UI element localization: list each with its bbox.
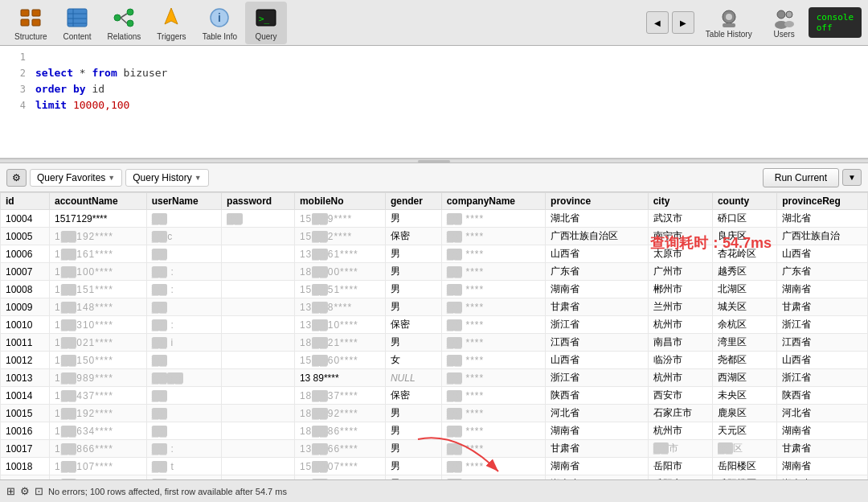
svg-rect-4 (68, 9, 87, 27)
table-cell: 西湖区 (712, 369, 776, 387)
col-city[interactable]: city (648, 193, 712, 210)
nav-forward-button[interactable]: ▶ (672, 11, 694, 34)
main-content: 1 2 select * from bizuser 3 order by id … (0, 46, 868, 502)
table-cell: 江西省 (777, 334, 868, 352)
table-cell (222, 352, 295, 369)
svg-point-25 (784, 21, 794, 27)
table-cell: ▓▓ **** (441, 245, 545, 263)
triggers-label: Triggers (157, 32, 186, 41)
table-cell (222, 281, 295, 298)
table-row[interactable]: 100171▓▓866****▓▓ :13▓▓66****男▓▓ ****甘肃省… (1, 440, 868, 458)
table-row[interactable]: 100061▓▓161****▓▓13▓▓61****男▓▓ ****山西省太原… (1, 245, 868, 263)
table-cell: 山西省 (546, 245, 649, 263)
table-cell: ▓▓ : (146, 263, 221, 281)
table-row[interactable]: 100071▓▓100****▓▓ :18▓▓00****男▓▓ ****广东省… (1, 263, 868, 281)
table-row[interactable]: 100081▓▓151****▓▓ :15▓▓51****男▓▓ ****湖南省… (1, 281, 868, 298)
table-cell: 18▓▓92**** (294, 405, 385, 422)
svg-rect-2 (21, 19, 29, 26)
table-row[interactable]: 100161▓▓634****▓▓18▓▓86****男▓▓ ****湖南省杭州… (1, 422, 868, 440)
svg-point-24 (786, 11, 792, 18)
table-cell: 山西省 (546, 352, 649, 369)
table-cell: 男 (385, 440, 441, 458)
table-cell: 山西省 (777, 245, 868, 263)
table-row[interactable]: 100041517129****▓▓▓▓15▓▓9****男▓▓ ****湖北省… (1, 210, 868, 228)
table-cell: 10007 (1, 263, 50, 281)
toolbar-content[interactable]: Content (55, 2, 100, 44)
tableinfo-label: Table Info (203, 32, 237, 41)
col-county[interactable]: county (712, 193, 776, 210)
query-favorites-dropdown[interactable]: Query Favorites ▼ (30, 169, 122, 187)
table-row[interactable]: 100141▓▓437****▓▓18▓▓37****保密▓▓ ****陕西省西… (1, 387, 868, 405)
table-cell: 湖北省 (777, 210, 868, 228)
editor-line-1: 1 (0, 49, 868, 65)
svg-point-20 (726, 14, 732, 20)
table-cell: 天元区 (712, 422, 776, 440)
status-icon-3[interactable]: ⊡ (35, 485, 43, 497)
svg-rect-0 (21, 10, 29, 16)
toolbar: Structure Content Relations Triggers i T… (0, 0, 868, 46)
col-mobileno[interactable]: mobileNo (294, 193, 385, 210)
table-cell: 10013 (1, 369, 50, 387)
table-cell (222, 316, 295, 334)
sql-editor[interactable]: 1 2 select * from bizuser 3 order by id … (0, 46, 868, 158)
table-cell: 尧都区 (712, 352, 776, 369)
table-row[interactable]: 100181▓▓107****▓▓ t15▓▓07****男▓▓ ****湖南省… (1, 458, 868, 475)
col-username[interactable]: userName (146, 193, 221, 210)
table-row[interactable]: 100131▓▓989****▓▓▓▓13 89****NULL▓▓ ****浙… (1, 369, 868, 387)
table-cell: 13▓▓66**** (294, 440, 385, 458)
table-cell: 山西省 (777, 352, 868, 369)
table-cell: 武汉市 (648, 210, 712, 228)
table-cell: 1▓▓192**** (50, 405, 147, 422)
table-cell: 硚口区 (712, 210, 776, 228)
table-cell: 10004 (1, 210, 50, 228)
table-row[interactable]: 100051▓▓192****▓▓c15▓▓2****保密▓▓ ****广西壮族… (1, 228, 868, 245)
status-icon-2[interactable]: ⚙ (20, 485, 30, 497)
query-history-dropdown[interactable]: Query History ▼ (125, 169, 208, 187)
col-accountname[interactable]: accountName (50, 193, 147, 210)
toolbar-query[interactable]: >_ Query (245, 2, 287, 44)
table-cell: 南昌市 (648, 334, 712, 352)
toolbar-triggers[interactable]: Triggers (149, 2, 194, 44)
table-cell: 15▓▓9**** (294, 210, 385, 228)
table-cell: 1▓▓021**** (50, 334, 147, 352)
table-cell: 郴州市 (648, 281, 712, 298)
table-row[interactable]: 100121▓▓150****▓▓15▓▓60****女▓▓ ****山西省临汾… (1, 352, 868, 369)
table-row[interactable]: 100101▓▓310****▓▓ :13▓▓10****保密▓▓ ****浙江… (1, 316, 868, 334)
table-cell: 河北省 (777, 405, 868, 422)
status-icon-1[interactable]: ⊞ (6, 485, 15, 497)
toolbar-structure[interactable]: Structure (6, 2, 55, 44)
table-history-label: Table History (706, 30, 752, 39)
table-cell: 江西省 (546, 334, 649, 352)
table-cell: 1▓▓437**** (50, 387, 147, 405)
nav-back-button[interactable]: ◀ (646, 11, 669, 34)
table-cell: 甘肃省 (777, 298, 868, 316)
settings-button[interactable]: ⚙ (6, 169, 27, 187)
run-current-button[interactable]: Run Current (763, 168, 839, 187)
table-row[interactable]: 100091▓▓148****▓▓13▓▓8****男▓▓ ****甘肃省兰州市… (1, 298, 868, 316)
col-gender[interactable]: gender (385, 193, 441, 210)
table-cell: 1▓▓866**** (50, 440, 147, 458)
users-button[interactable]: Users (764, 4, 805, 42)
toolbar-right: ◀ ▶ Table History Users consoleoff (646, 4, 862, 42)
table-cell: 广州市 (648, 263, 712, 281)
col-provincereg[interactable]: provinceReg (777, 193, 868, 210)
table-cell: 1▓▓192**** (50, 228, 147, 245)
run-split-button[interactable]: ▼ (842, 169, 862, 186)
table-row[interactable]: 100111▓▓021****▓▓ i18▓▓21****男▓▓ ****江西省… (1, 334, 868, 352)
svg-rect-21 (723, 23, 735, 27)
table-history-button[interactable]: Table History (698, 4, 760, 42)
col-companyname[interactable]: companyName (441, 193, 545, 210)
table-cell: 10017 (1, 440, 50, 458)
toolbar-tableinfo[interactable]: i Table Info (194, 2, 245, 44)
table-row[interactable]: 100151▓▓192****▓▓18▓▓92****男▓▓ ****河北省石家… (1, 405, 868, 422)
col-province[interactable]: province (546, 193, 649, 210)
toolbar-relations[interactable]: Relations (100, 2, 149, 44)
col-id[interactable]: id (1, 193, 50, 210)
table-cell: 15▓▓60**** (294, 352, 385, 369)
table-cell: ▓▓ (222, 210, 295, 228)
console-button[interactable]: consoleoff (809, 7, 862, 38)
table-cell: 杏花岭区 (712, 245, 776, 263)
table-cell: 10010 (1, 316, 50, 334)
data-table-wrap[interactable]: id accountName userName password mobileN… (0, 192, 868, 479)
col-password[interactable]: password (222, 193, 295, 210)
